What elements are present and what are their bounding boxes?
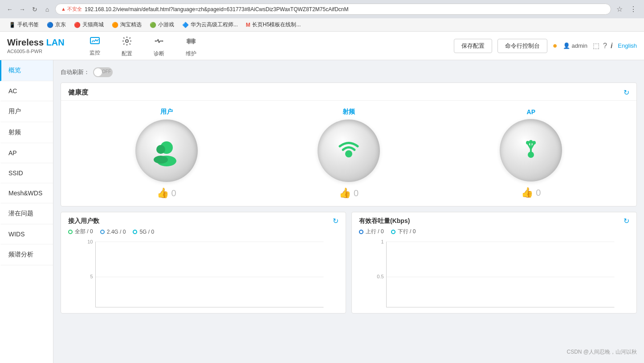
bookmarks-bar: 📱手机书签 🔵京东 🔴天猫商城 🟠淘宝精选 🟢小游戏 🔷华为云高级工程师... … <box>0 18 644 32</box>
sidebar-item-mesh[interactable]: Mesh&WDS <box>0 183 53 203</box>
back-button[interactable]: ← <box>5 5 14 14</box>
svg-point-7 <box>155 40 156 41</box>
nav-tabs: 监控 配置 <box>79 31 454 61</box>
sidebar: 概览 AC 用户 射频 AP SSID Mesh&WDS 潜在问题 WIDS 频… <box>0 60 53 363</box>
throughput-header: 有效吞吐量(Kbps) ↻ <box>352 212 636 228</box>
bookmark-tmall[interactable]: 🔴天猫商城 <box>70 20 107 29</box>
sidebar-item-overview[interactable]: 概览 <box>0 60 53 81</box>
sidebar-item-users[interactable]: 用户 <box>0 101 53 122</box>
health-item-ap: AP 👍 <box>500 108 562 198</box>
cmd-console-button[interactable]: 命令行控制台 <box>497 39 547 53</box>
legend-upload-label: 上行 / 0 <box>366 228 384 235</box>
bookmark-template[interactable]: M长页H5模板在线制... <box>242 20 304 29</box>
logo-model-text: AC6005-8-PWR <box>7 49 65 54</box>
user-icon: 👤 <box>563 42 570 49</box>
browser-toolbar: ← → ↻ ⌂ ▲ 不安全 192.168.10.2/view/main/def… <box>0 0 644 18</box>
admin-label: admin <box>572 42 587 49</box>
user-count-title: 接入用户数 <box>68 217 99 225</box>
monitor-icon <box>90 37 100 48</box>
legend-dot-5g <box>133 230 137 234</box>
auto-refresh-toggle[interactable]: OFF <box>93 67 113 77</box>
sidebar-item-ap[interactable]: AP <box>0 143 53 163</box>
legend-dot-2g <box>100 230 105 234</box>
main-layout: 概览 AC 用户 射频 AP SSID Mesh&WDS 潜在问题 WIDS 频… <box>0 60 644 363</box>
tab-config[interactable]: 配置 <box>111 31 143 61</box>
bookmark-jd[interactable]: 🔵京东 <box>43 20 69 29</box>
health-ap-circle <box>500 119 562 182</box>
thumb-ap-icon: 👍 <box>521 187 533 198</box>
tab-monitor[interactable]: 监控 <box>79 32 111 60</box>
forward-button[interactable]: → <box>18 5 27 14</box>
throughput-title: 有效吞吐量(Kbps) <box>359 217 410 225</box>
bookmark-huawei[interactable]: 🔷华为云高级工程师... <box>179 20 241 29</box>
tab-monitor-label: 监控 <box>90 49 100 57</box>
sidebar-item-ac[interactable]: AC <box>0 81 53 101</box>
health-ap-num: 0 <box>536 188 541 198</box>
throughput-refresh-icon[interactable]: ↻ <box>624 217 629 225</box>
sidebar-item-ssid[interactable]: SSID <box>0 163 53 183</box>
logout-icon[interactable]: ⬚ <box>593 41 599 50</box>
health-user-num: 0 <box>171 188 176 198</box>
bookmark-phone[interactable]: 📱手机书签 <box>5 20 42 29</box>
thumb-radio-icon: 👍 <box>339 187 351 199</box>
address-bar[interactable]: ▲ 不安全 192.168.10.2/view/main/default.htm… <box>55 4 611 15</box>
legend-dot-upload <box>359 230 363 234</box>
help-icon[interactable]: ? <box>603 42 607 50</box>
save-config-button[interactable]: 保存配置 <box>454 39 492 53</box>
throughput-section: 有效吞吐量(Kbps) ↻ 上行 / 0 下行 / 0 <box>351 212 637 314</box>
health-radio-num: 0 <box>354 188 359 198</box>
user-count-section: 接入用户数 ↻ 全部 / 0 2.4G / 0 5G / 0 <box>61 212 346 314</box>
watermark: CSDN @人间忍晚，山河以秋 <box>567 348 637 356</box>
toggle-track[interactable]: OFF <box>93 67 113 77</box>
health-content: 用户 👍 0 <box>61 101 636 206</box>
bookmark-taobao[interactable]: 🟠淘宝精选 <box>108 20 145 29</box>
health-ap-label: AP <box>527 108 535 116</box>
legend-download: 下行 / 0 <box>391 228 416 235</box>
svg-text:0.5: 0.5 <box>377 274 383 279</box>
health-radio-score: 👍 0 <box>339 187 359 199</box>
tab-maintain[interactable]: 维护 <box>175 31 207 61</box>
notification-icon[interactable]: ● <box>553 41 558 50</box>
svg-point-17 <box>345 150 352 157</box>
app-header: Wireless LAN AC6005-8-PWR 监控 配置 <box>0 32 644 60</box>
user-count-refresh-icon[interactable]: ↻ <box>333 217 338 225</box>
svg-point-16 <box>154 156 168 164</box>
auto-refresh-bar: 自动刷新： OFF <box>61 67 637 77</box>
svg-text:5: 5 <box>90 274 93 279</box>
bookmark-star[interactable]: ☆ <box>615 4 624 14</box>
svg-point-15 <box>156 145 165 154</box>
legend-5g-label: 5G / 0 <box>139 229 154 235</box>
throughput-chart: 1 0.5 <box>352 238 636 313</box>
legend-2g: 2.4G / 0 <box>100 229 126 235</box>
url-text: 192.168.10.2/view/main/default.html?lang… <box>85 6 349 12</box>
svg-line-5 <box>159 41 160 43</box>
legend-all: 全部 / 0 <box>68 228 93 235</box>
tab-maintain-label: 维护 <box>186 50 196 58</box>
tab-diagnose[interactable]: 诊断 <box>143 31 175 61</box>
toggle-thumb <box>94 68 102 76</box>
legend-dot-download <box>391 230 395 234</box>
bookmark-games[interactable]: 🟢小游戏 <box>146 20 178 29</box>
extension-icon[interactable]: ⋮ <box>628 4 639 14</box>
sidebar-item-potential[interactable]: 潜在问题 <box>0 203 53 224</box>
svg-point-1 <box>126 40 128 42</box>
diagnose-icon <box>154 36 164 49</box>
language-button[interactable]: English <box>618 42 637 49</box>
health-item-radio: 射频 👍 0 <box>318 108 380 199</box>
home-button[interactable]: ⌂ <box>43 5 52 14</box>
sidebar-item-wids[interactable]: WIDS <box>0 224 53 244</box>
admin-area[interactable]: 👤 admin <box>563 42 587 49</box>
health-ap-score: 👍 0 <box>521 187 541 198</box>
sidebar-item-spectrum[interactable]: 频谱分析 <box>0 244 53 265</box>
reload-button[interactable]: ↻ <box>30 5 39 14</box>
sidebar-item-radio[interactable]: 射频 <box>0 122 53 143</box>
health-user-label: 用户 <box>160 108 173 116</box>
app-logo: Wireless LAN AC6005-8-PWR <box>7 37 65 54</box>
auto-refresh-label: 自动刷新： <box>61 68 90 76</box>
toggle-state-label: OFF <box>102 69 111 74</box>
info-icon[interactable]: i <box>611 42 612 50</box>
svg-text:10: 10 <box>87 239 93 244</box>
health-refresh-icon[interactable]: ↻ <box>624 88 629 97</box>
legend-download-label: 下行 / 0 <box>398 228 416 235</box>
legend-upload: 上行 / 0 <box>359 228 384 235</box>
